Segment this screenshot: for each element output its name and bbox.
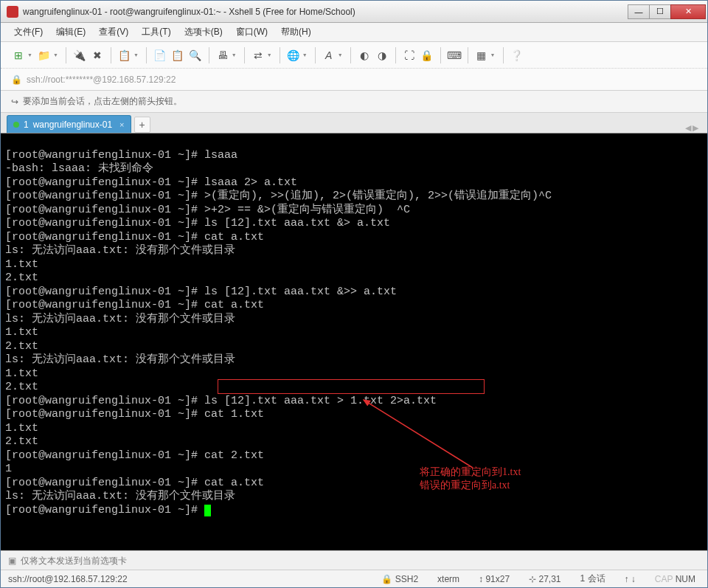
tipbar: ↪ 要添加当前会话，点击左侧的箭头按钮。 [1, 91, 707, 113]
disconnect-icon[interactable]: ✖ [90, 48, 105, 63]
terminal-line: ls: 无法访问aaa.txt: 没有那个文件或目录 [5, 244, 235, 257]
terminal-line: [root@wangruifenglinux-01 ~]# >+2> == &>… [5, 204, 410, 216]
separator [66, 47, 66, 63]
dropdown-icon[interactable]: ▼ [232, 52, 237, 58]
lock-icon[interactable]: 🔒 [420, 48, 434, 63]
separator [244, 47, 245, 63]
dropdown-icon[interactable]: ▼ [133, 52, 139, 58]
minimize-button[interactable]: — [628, 4, 650, 19]
add-tab-button[interactable]: + [134, 117, 150, 133]
open-folder-icon[interactable]: 📁 [37, 48, 52, 63]
paste-icon[interactable]: 📋 [170, 48, 185, 63]
menu-window[interactable]: 窗口(W) [233, 24, 271, 40]
send-input[interactable] [21, 556, 700, 566]
help-icon[interactable]: ❔ [510, 48, 524, 63]
maximize-button[interactable]: ☐ [649, 4, 671, 19]
svg-line-0 [364, 400, 473, 468]
toolbar: ⊞▼ 📁▼ 🔌 ✖ 📋▼ 📄 📋 🔍 🖶▼ ⇄▼ 🌐▼ A▼ ◐ ◑ ⛶ 🔒 ⌨… [1, 42, 707, 69]
separator [468, 47, 468, 63]
terminal-line: 2.txt [5, 381, 38, 393]
tab-index: 1 [24, 120, 29, 130]
menu-view[interactable]: 查看(V) [96, 24, 131, 40]
theme-icon[interactable]: ◑ [375, 48, 389, 63]
separator [315, 47, 316, 63]
separator [146, 47, 147, 63]
terminal-line: [root@wangruifenglinux-01 ~]# cat a.txt [5, 299, 264, 311]
separator [395, 47, 396, 63]
status-size: ↕ 91x27 [474, 574, 514, 584]
terminal-line: 1 [5, 463, 12, 475]
terminal-line: 1.txt [5, 258, 38, 271]
separator [209, 47, 209, 63]
menu-tools[interactable]: 工具(T) [139, 24, 173, 40]
separator [111, 47, 111, 63]
add-session-icon[interactable]: ↪ [11, 97, 18, 107]
find-icon[interactable]: 🔍 [188, 48, 203, 63]
menu-edit[interactable]: 编辑(E) [53, 24, 88, 40]
status-connection: ssh://root@192.168.57.129:22 [8, 574, 367, 584]
tip-text: 要添加当前会话，点击左侧的箭头按钮。 [23, 95, 182, 108]
copy-icon[interactable]: 📄 [153, 48, 167, 63]
status-sessions: 1 会话 [576, 573, 610, 585]
tabbar: 1 wangruifenglinux-01 × + ◀ ▶ [1, 113, 707, 134]
app-icon [7, 6, 18, 18]
lock-icon: 🔒 [11, 75, 22, 85]
terminal-line: ls: 无法访问aaa.txt: 没有那个文件或目录 [5, 353, 235, 366]
terminal-line: 2.txt [5, 340, 38, 353]
addressbar: 🔒 ssh://root:********@192.168.57.129:22 [1, 69, 707, 91]
dropdown-icon[interactable]: ▼ [302, 52, 308, 58]
status-dot-icon [13, 122, 19, 128]
session-tab[interactable]: 1 wangruifenglinux-01 × [7, 115, 131, 133]
terminal-line: [root@wangruifenglinux-01 ~]# lsaaa [5, 149, 237, 162]
tab-close-icon[interactable]: × [119, 120, 124, 129]
separator [350, 47, 351, 63]
keyboard-icon[interactable]: ⌨ [447, 48, 462, 63]
dropdown-icon[interactable]: ▼ [490, 52, 496, 58]
menu-tabs[interactable]: 选项卡(B) [181, 24, 226, 40]
cursor [204, 505, 211, 516]
terminal-line: 2.txt [5, 271, 38, 284]
statusbar: ssh://root@192.168.57.129:22 🔒 SSH2 xter… [1, 570, 707, 587]
dropdown-icon[interactable]: ▼ [267, 52, 272, 58]
tab-name: wangruifenglinux-01 [33, 120, 112, 130]
close-button[interactable]: ✕ [670, 4, 706, 19]
terminal-line: [root@wangruifenglinux-01 ~]# ls [12].tx… [5, 217, 390, 229]
terminal-line: [root@wangruifenglinux-01 ~]# cat 2.txt [5, 449, 264, 462]
print-icon[interactable]: 🖶 [215, 48, 230, 63]
reconnect-icon[interactable]: 🔌 [72, 48, 87, 63]
send-icon[interactable]: ▣ [8, 556, 16, 566]
globe-icon[interactable]: 🌐 [286, 48, 301, 63]
color-icon[interactable]: ◐ [357, 48, 372, 63]
menu-file[interactable]: 文件(F) [11, 24, 46, 40]
address-url[interactable]: ssh://root:********@192.168.57.129:22 [27, 75, 176, 85]
window-title: wangruifenglinux-01 - root@wangruifengli… [23, 7, 628, 17]
app-window: wangruifenglinux-01 - root@wangruifengli… [0, 0, 708, 588]
annotation-text: 将正确的重定向到1.txt 错误的重定向到a.txt [420, 466, 521, 492]
new-session-icon[interactable]: ⊞ [11, 48, 26, 63]
terminal-line: [root@wangruifenglinux-01 ~]# cat a.txt [5, 477, 264, 489]
fullscreen-icon[interactable]: ⛶ [402, 48, 417, 63]
terminal-line: 1.txt [5, 367, 38, 380]
tab-prev-icon[interactable]: ◀ [685, 123, 691, 133]
properties-icon[interactable]: 📋 [117, 48, 132, 63]
status-ssh: 🔒 SSH2 [377, 574, 423, 584]
transfer-icon[interactable]: ⇄ [251, 48, 266, 63]
terminal-line: ls: 无法访问aaa.txt: 没有那个文件或目录 [5, 490, 235, 502]
window-controls: — ☐ ✕ [628, 4, 706, 19]
dropdown-icon[interactable]: ▼ [338, 52, 343, 58]
layout-icon[interactable]: ▦ [474, 48, 489, 63]
annotation-arrow [355, 394, 487, 475]
status-pos: ⊹ 27,31 [524, 574, 565, 584]
dropdown-icon[interactable]: ▼ [27, 52, 32, 58]
separator [503, 47, 504, 63]
tab-nav: ◀ ▶ [685, 123, 701, 133]
dropdown-icon[interactable]: ▼ [53, 52, 58, 58]
terminal-line: [root@wangruifenglinux-01 ~]# >(重定向), >>… [5, 190, 552, 202]
menu-help[interactable]: 帮助(H) [278, 24, 314, 40]
terminal-line: [root@wangruifenglinux-01 ~]# [5, 504, 204, 516]
titlebar: wangruifenglinux-01 - root@wangruifengli… [1, 1, 707, 23]
tab-next-icon[interactable]: ▶ [693, 123, 698, 133]
terminal[interactable]: [root@wangruifenglinux-01 ~]# lsaaa -bas… [1, 134, 707, 550]
status-term: xterm [433, 574, 464, 584]
font-icon[interactable]: A [322, 48, 336, 63]
